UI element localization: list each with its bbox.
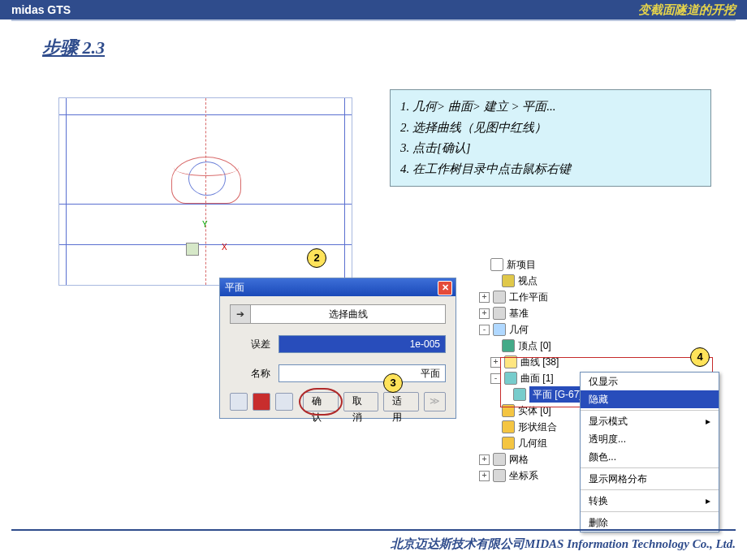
menu-separator: [581, 410, 719, 411]
dialog-titlebar[interactable]: 平面 ✕: [220, 278, 456, 296]
footer-rule: [11, 529, 736, 531]
menu-label: 颜色...: [589, 448, 616, 466]
menu-item-hide[interactable]: 隐藏: [581, 390, 719, 408]
viewpoint-icon: [502, 274, 515, 287]
menu-label: 仅显示: [589, 373, 618, 390]
expand-icon[interactable]: +: [479, 292, 490, 303]
vertex-icon: [502, 339, 515, 352]
tree-label: 形状组合: [518, 419, 557, 435]
tree-node-vertex[interactable]: 顶点 [0]: [479, 338, 585, 354]
menu-separator: [581, 489, 719, 490]
instruction-line: 4. 在工作树目录中点击鼠标右键: [400, 159, 701, 180]
more-button[interactable]: ≫: [424, 392, 446, 411]
menu-label: 隐藏: [589, 390, 608, 408]
section-inner-curve: [174, 159, 239, 176]
tree-label: 几何组: [518, 435, 547, 451]
tree-node-geom[interactable]: -几何: [479, 321, 585, 338]
grid-line: [66, 98, 67, 285]
menu-label: 转换: [589, 492, 608, 510]
tree-label: 工作平面: [509, 289, 548, 305]
tool-icon[interactable]: [230, 393, 248, 411]
expand-icon[interactable]: +: [479, 308, 490, 319]
mesh-icon: [493, 453, 506, 466]
folder-icon: [502, 420, 515, 433]
menu-item-mesh-dist[interactable]: 显示网格分布: [581, 470, 719, 488]
select-curve-button[interactable]: ➔ 选择曲线: [230, 304, 446, 324]
top-bar: midas GTS 变截面隧道的开挖: [0, 0, 747, 19]
tree-label: 顶点 [0]: [518, 338, 551, 354]
tree-node-geomgroup[interactable]: 几何组: [479, 435, 585, 451]
tree-node-shapegroup[interactable]: 形状组合: [479, 419, 585, 435]
folder-icon: [502, 437, 515, 450]
tolerance-label: 误差: [230, 338, 270, 351]
tree-label: 基准: [509, 305, 529, 321]
tree-label: 网格: [509, 451, 529, 467]
menu-item-transparency[interactable]: 透明度...: [581, 430, 719, 448]
cancel-button[interactable]: 取消: [343, 392, 379, 411]
menu-separator: [581, 511, 719, 512]
tree-node-datum[interactable]: +基准: [479, 305, 585, 321]
menu-label: 显示网格分布: [589, 470, 647, 488]
apply-button[interactable]: 适用: [383, 392, 419, 411]
plane-dialog: 平面 ✕ ➔ 选择曲线 误差 1e-005 名称 平面 确认 取消: [219, 278, 456, 419]
arrow-icon: ➔: [231, 305, 251, 323]
grid-line: [344, 98, 345, 285]
tree-label: 新项目: [507, 256, 536, 273]
step-heading: 步骤 2.3: [42, 36, 747, 60]
tree-label: 视点: [518, 273, 538, 289]
tree-label: 坐标系: [509, 467, 538, 484]
instruction-line: 3. 点击[确认]: [400, 138, 701, 159]
name-input[interactable]: 平面: [279, 364, 446, 382]
grid-icon: [493, 291, 506, 304]
menu-item-show-only[interactable]: 仅显示: [581, 373, 719, 390]
csys-icon: [493, 469, 506, 482]
expand-icon[interactable]: +: [479, 454, 490, 465]
select-curve-label: 选择曲线: [251, 308, 445, 321]
tree-node-csys[interactable]: +坐标系: [479, 467, 585, 484]
geometry-icon: [493, 323, 506, 336]
instruction-line: 2. 选择曲线（见图中红线）: [400, 118, 701, 139]
callout-badge-3: 3: [383, 373, 403, 393]
dialog-title: 平面: [225, 282, 244, 293]
menu-separator: [581, 467, 719, 468]
tree-node-view[interactable]: 视点: [479, 273, 585, 289]
tree-node-workplane[interactable]: +工作平面: [479, 289, 585, 305]
tunnel-section-curve: [171, 157, 241, 204]
ok-button[interactable]: 确认: [303, 392, 339, 411]
close-icon[interactable]: ✕: [438, 281, 452, 295]
instruction-line: 1. 几何> 曲面> 建立 > 平面...: [400, 97, 701, 118]
tree-node-project[interactable]: 新项目: [479, 256, 585, 273]
menu-label: 透明度...: [589, 430, 626, 448]
datum-icon: [493, 307, 506, 320]
axis-y-label: Y: [202, 220, 208, 229]
slide: midas GTS 变截面隧道的开挖 步骤 2.3 1. 几何> 曲面> 建立 …: [0, 0, 747, 560]
submenu-arrow-icon: ▸: [706, 492, 710, 510]
axis-x-label: X: [222, 243, 227, 252]
divider: [11, 19, 736, 21]
context-menu: 仅显示 隐藏 显示模式▸ 透明度... 颜色... 显示网格分布 转换▸ 删除: [580, 372, 719, 532]
footer-text: 北京迈达斯技术有限公司MIDAS Information Technology …: [391, 536, 736, 552]
submenu-arrow-icon: ▸: [706, 412, 710, 430]
callout-badge-4: 4: [690, 347, 710, 367]
doc-title: 变截面隧道的开挖: [638, 0, 736, 19]
collapse-icon[interactable]: -: [479, 325, 490, 335]
menu-item-convert[interactable]: 转换▸: [581, 492, 719, 510]
menu-label: 显示模式: [589, 412, 628, 430]
app-title: midas GTS: [11, 0, 71, 19]
instruction-box: 1. 几何> 曲面> 建立 > 平面... 2. 选择曲线（见图中红线） 3. …: [390, 89, 711, 187]
tool-icon[interactable]: [275, 393, 293, 411]
tree-node-mesh[interactable]: +网格: [479, 451, 585, 467]
tree-label: 几何: [509, 321, 529, 338]
menu-item-display-mode[interactable]: 显示模式▸: [581, 412, 719, 430]
callout-badge-2: 2: [307, 248, 326, 268]
expand-icon[interactable]: +: [479, 471, 490, 481]
axis-origin-icon: [186, 243, 199, 256]
document-icon: [490, 258, 503, 271]
tolerance-input[interactable]: 1e-005: [279, 335, 446, 353]
tool-icon[interactable]: [253, 393, 270, 411]
name-label: 名称: [230, 367, 270, 381]
menu-item-color[interactable]: 颜色...: [581, 448, 719, 466]
